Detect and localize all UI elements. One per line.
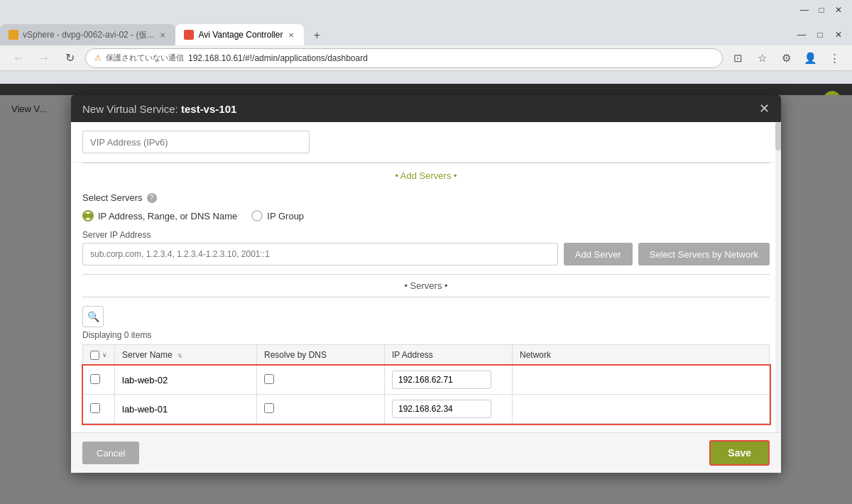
- modal-title-prefix: New Virtual Service:: [82, 103, 181, 115]
- browser-chrome: vSphere - dvpg-0062-avi-02 - (仮... ✕ Avi…: [0, 20, 852, 84]
- url-text: 192.168.10.61/#!/admin/applications/dash…: [188, 53, 368, 63]
- forward-button[interactable]: →: [34, 48, 54, 68]
- tab-favicon-avi: [184, 30, 194, 40]
- new-tab-button[interactable]: +: [307, 26, 327, 45]
- tab-avi[interactable]: Avi Vantage Controller ✕: [175, 24, 304, 45]
- modal-overlay: New Virtual Service: test-vs-101 ✕ • Add…: [0, 95, 852, 115]
- maximize-button[interactable]: □: [814, 2, 829, 18]
- refresh-button[interactable]: ↻: [60, 48, 80, 68]
- browser-controls: ← → ↻ ⚠ 保護されていない通信 192.168.10.61/#!/admi…: [0, 45, 852, 71]
- modal-title-name: test-vs-101: [181, 103, 236, 115]
- warning-icon: ⚠: [94, 53, 102, 62]
- screenshot-icon[interactable]: ⊡: [728, 49, 747, 67]
- new-virtual-service-modal: New Virtual Service: test-vs-101 ✕ • Add…: [71, 95, 781, 115]
- address-bar[interactable]: ⚠ 保護されていない通信 192.168.10.61/#!/admin/appl…: [85, 48, 723, 68]
- browser-close[interactable]: ✕: [831, 27, 846, 43]
- warning-text: 保護されていない通信: [106, 53, 184, 63]
- browser-maximize[interactable]: □: [812, 27, 828, 43]
- modal-title: New Virtual Service: test-vs-101: [82, 103, 236, 115]
- browser-actions: ⊡ ☆ ⚙ 👤 ⋮: [728, 49, 843, 67]
- bookmark-icon[interactable]: ☆: [753, 49, 771, 67]
- close-button[interactable]: ✕: [831, 2, 846, 18]
- menu-dots-icon[interactable]: ⋮: [825, 49, 843, 67]
- tab-close-vsphere[interactable]: ✕: [158, 30, 167, 40]
- tab-vsphere[interactable]: vSphere - dvpg-0062-avi-02 - (仮... ✕: [0, 24, 175, 45]
- tab-favicon-vsphere: [9, 30, 18, 40]
- modal-header: New Virtual Service: test-vs-101 ✕: [71, 95, 781, 115]
- minimize-button[interactable]: —: [797, 2, 812, 18]
- browser-minimize[interactable]: —: [794, 27, 809, 43]
- extensions-icon[interactable]: ⚙: [777, 49, 795, 67]
- browser-tabs: vSphere - dvpg-0062-avi-02 - (仮... ✕ Avi…: [0, 20, 852, 45]
- modal-close-button[interactable]: ✕: [759, 102, 770, 115]
- window-titlebar: — □ ✕: [0, 0, 852, 20]
- back-button[interactable]: ←: [9, 48, 28, 68]
- tab-label-avi: Avi Vantage Controller: [198, 30, 283, 40]
- tab-label-vsphere: vSphere - dvpg-0062-avi-02 - (仮...: [23, 29, 154, 41]
- tab-close-avi[interactable]: ✕: [287, 30, 295, 40]
- profile-icon[interactable]: 👤: [801, 49, 819, 67]
